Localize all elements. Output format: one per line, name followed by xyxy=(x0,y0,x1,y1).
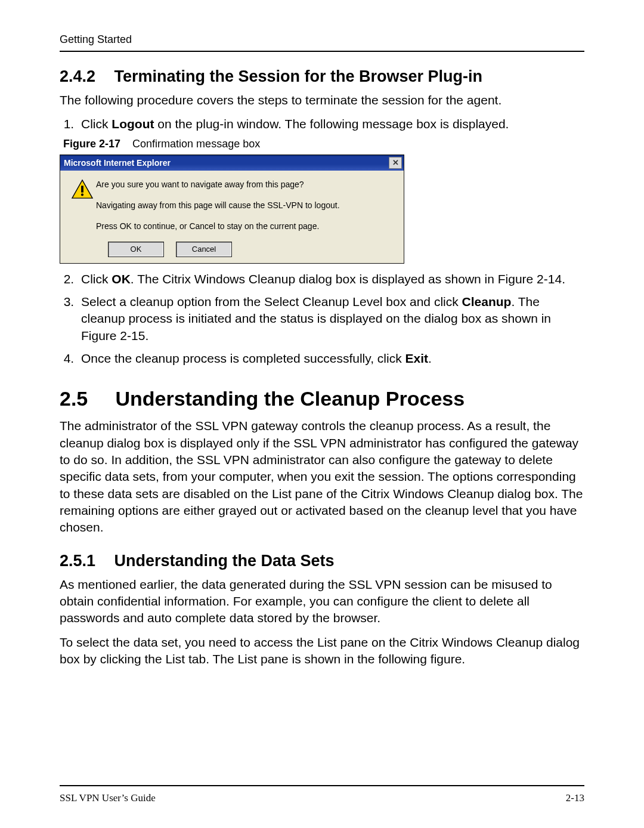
running-header: Getting Started xyxy=(60,33,584,46)
heading-251-title: Understanding the Data Sets xyxy=(114,552,335,570)
step-3: Select a cleanup option from the Select … xyxy=(78,293,584,344)
footer-left: SSL VPN User’s Guide xyxy=(60,792,156,804)
close-button[interactable]: ✕ xyxy=(389,157,402,169)
heading-242: 2.4.2 Terminating the Session for the Br… xyxy=(60,67,584,86)
step-1-pre: Click xyxy=(81,117,112,131)
step-2-post: . The Citrix Windows Cleanup dialog box … xyxy=(131,272,565,286)
para-251-1: As mentioned earlier, the data generated… xyxy=(60,576,584,627)
dialog-icon-wrap xyxy=(69,179,96,257)
step-4-pre: Once the cleanup process is completed su… xyxy=(81,351,405,365)
dialog-title: Microsoft Internet Explorer xyxy=(64,157,171,169)
dialog-line-1: Are you sure you want to navigate away f… xyxy=(96,179,397,190)
header-rule xyxy=(60,51,584,52)
heading-242-number: 2.4.2 xyxy=(60,67,110,86)
step-2: Click OK. The Citrix Windows Cleanup dia… xyxy=(78,271,584,288)
step-4: Once the cleanup process is completed su… xyxy=(78,350,584,367)
para-251-2: To select the data set, you need to acce… xyxy=(60,634,584,668)
dialog-line-2: Navigating away from this page will caus… xyxy=(96,200,397,211)
page-footer: SSL VPN User’s Guide 2-13 xyxy=(60,785,584,804)
dialog-buttons: OK Cancel xyxy=(96,242,397,257)
ok-button[interactable]: OK xyxy=(108,242,164,257)
heading-251: 2.5.1 Understanding the Data Sets xyxy=(60,552,584,570)
step-1: Click Logout on the plug-in window. The … xyxy=(78,116,584,263)
figure-label: Figure 2-17 xyxy=(63,138,120,150)
warning-icon xyxy=(71,179,94,199)
close-icon: ✕ xyxy=(392,157,399,168)
footer-right: 2-13 xyxy=(566,792,584,804)
cancel-button[interactable]: Cancel xyxy=(176,242,232,257)
figure-caption-text: Confirmation message box xyxy=(132,138,260,150)
step-3-bold: Cleanup xyxy=(462,295,512,308)
step-1-bold: Logout xyxy=(112,117,154,131)
heading-242-title: Terminating the Session for the Browser … xyxy=(114,67,483,85)
step-2-bold: OK xyxy=(112,272,131,286)
para-25: The administrator of the SSL VPN gateway… xyxy=(60,418,584,536)
heading-25-number: 2.5 xyxy=(60,387,110,410)
heading-25-title: Understanding the Cleanup Process xyxy=(115,387,465,410)
steps-242: Click Logout on the plug-in window. The … xyxy=(60,116,584,367)
svg-point-2 xyxy=(81,193,83,196)
footer-rule xyxy=(60,785,584,786)
step-4-bold: Exit xyxy=(405,351,429,365)
heading-25: 2.5 Understanding the Cleanup Process xyxy=(60,387,584,410)
para-242-intro: The following procedure covers the steps… xyxy=(60,92,584,109)
dialog-line-3: Press OK to continue, or Cancel to stay … xyxy=(96,221,397,232)
figure-caption-2-17: Figure 2-17 Confirmation message box xyxy=(63,137,584,151)
step-4-post: . xyxy=(428,351,432,365)
step-1-post: on the plug-in window. The following mes… xyxy=(154,117,509,131)
step-3-pre: Select a cleanup option from the Select … xyxy=(81,295,462,308)
dialog-titlebar: Microsoft Internet Explorer ✕ xyxy=(60,155,404,171)
dialog-message: Are you sure you want to navigate away f… xyxy=(96,179,397,257)
footer-line: SSL VPN User’s Guide 2-13 xyxy=(60,792,584,804)
dialog-body: Are you sure you want to navigate away f… xyxy=(60,171,404,263)
confirmation-dialog: Microsoft Internet Explorer ✕ Ar xyxy=(60,155,404,264)
svg-rect-1 xyxy=(81,186,83,192)
heading-251-number: 2.5.1 xyxy=(60,552,110,570)
step-2-pre: Click xyxy=(81,272,112,286)
